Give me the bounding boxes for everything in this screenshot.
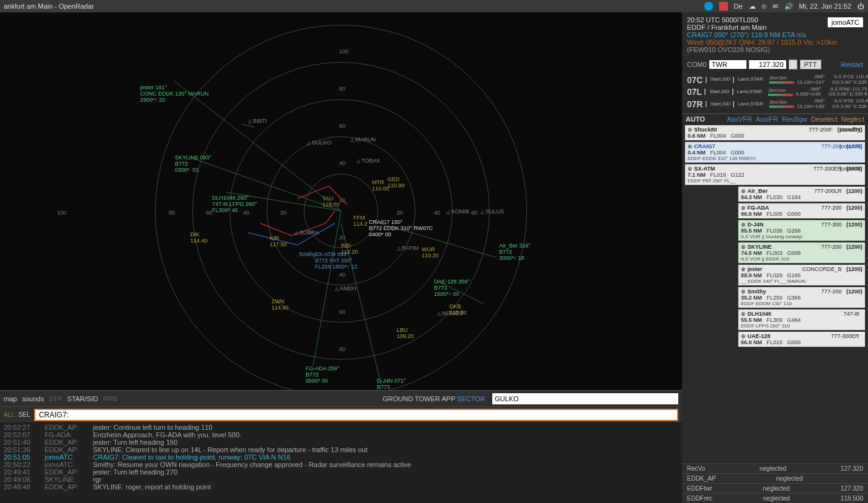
tab-stp[interactable]: STP [49, 395, 62, 403]
cb-land[interactable] [732, 89, 733, 95]
neglected-list: RecVoneglected127.320EDDK_APneglectedEDD… [682, 463, 868, 503]
chat-line: 20:51:40 EDDK_AP: jester: Turn left head… [4, 438, 678, 446]
neglected-row[interactable]: EDDFrecneglected118.500 [682, 493, 868, 503]
runway-row[interactable]: 07L Start,SID Land,STAR 2kn/1kn 068°9,20… [687, 87, 863, 98]
com-label: COM0 [687, 61, 707, 68]
filter-all[interactable]: ALL [4, 411, 15, 418]
track-smithy-lbl[interactable]: Smithy [299, 252, 316, 258]
runway-row[interactable]: 07R Start,SID Land,STAR 2kn/1kn 068°13,1… [687, 99, 863, 110]
mode-tabs[interactable]: GROUND TOWER APP SECTOR [383, 395, 485, 403]
flight-strip[interactable]: ⊕ DLH1046 747-8I 55.5 NM FL309 G464 EDDF… [738, 309, 866, 331]
tab-sounds[interactable]: sounds [22, 395, 43, 403]
chat-line: 20:50:22 jomoATC: Smithy: Resume your OW… [4, 461, 678, 468]
command-row: ALL SEL [0, 406, 682, 422]
radar-bottom-bar: map sounds STP STAR/SID PPN GROUND TOWER… [0, 390, 682, 406]
tab-assvfr[interactable]: AssVFR [727, 115, 752, 123]
tab-assifr[interactable]: AssIFR [756, 115, 778, 123]
runway-table: 07C Start,SID Land,STAR 2kn/1kn 068°13,1… [682, 72, 868, 114]
flight-strip[interactable]: ⊕ UAE-128 777-300ER 66.9 NM FL015 G000 [738, 331, 866, 347]
track-jester[interactable]: jester 191° CONC EDDK 130° MARUN 2900*↑ … [140, 85, 209, 104]
runway-row[interactable]: 07C Start,SID Land,STAR 2kn/1kn 068°13,1… [687, 74, 863, 86]
flight-strip[interactable]: ⊕ Air_Ber 777-200LR (1200) 84.3 NM FL030… [738, 186, 866, 202]
tab-map[interactable]: map [4, 395, 17, 403]
nav-kir: KIR117.50 [270, 236, 287, 248]
cb-start[interactable] [704, 89, 706, 95]
sidebar: jomoATC 20:52 UTC 5000/TL050 EDDF / Fran… [682, 12, 868, 503]
search-input[interactable] [492, 393, 678, 404]
wp-bibti: BIBTI [248, 118, 267, 124]
nav-wur: WUR110.20 [422, 247, 439, 259]
track-airber[interactable]: Air_Ber 316° B772 3000*↑ 18 [499, 243, 531, 262]
chat-line: 20:48:48 EDDK_AP: SKYLINE: roger, report… [4, 483, 678, 491]
track-uae[interactable]: UAE-128 358° B773 1500*↑ 00 [434, 279, 470, 298]
cb-start[interactable] [706, 77, 707, 83]
hp-icon[interactable] [704, 2, 713, 11]
flight-strip[interactable]: ⊕ SX-ATM 777-200ER (2000) 7.1 NM FL018 G… [684, 164, 866, 185]
track-dj4n[interactable]: D-J4N 071° B773 3600*↑ 27 [377, 378, 406, 390]
filter-sel[interactable]: SEL [19, 411, 30, 418]
wp-marun: MARUN [350, 136, 376, 143]
chat-line: 20:51:36 EDDK_AP: SKYLINE: Cleared to li… [4, 446, 678, 453]
nav-ffm: FFM114.2 [353, 215, 368, 228]
window-titlebar: ankfurt am Main - OpenRadar De ☁ ⎋ ✉ 🔊 M… [0, 0, 868, 12]
cb-land[interactable] [733, 77, 734, 83]
wp-sulus: SULUS [480, 208, 504, 215]
lang-label: De [734, 2, 743, 10]
nav-lbu: LBU109.20 [397, 327, 414, 340]
cloud-icon: ☁ [749, 2, 756, 11]
cb-start[interactable] [706, 101, 707, 107]
nav-zwn: ZWN114.80 [272, 299, 289, 311]
chat-log[interactable]: 20:52:27 EDDK_AP: jester: Continue left … [0, 422, 682, 503]
wp-tobak: TOBAK [356, 158, 380, 164]
hdr-metar: Wind: 050@2KT QNH: 29.97 / 1015.0 Vis: >… [687, 38, 863, 46]
mail-icon[interactable]: ✉ [773, 2, 778, 11]
flight-strip[interactable]: ⊕ FG-ADA 777-200 (1200) 96.8 NM FL005 G0… [738, 203, 866, 219]
nav-dik: DIK114.40 [190, 232, 208, 244]
track-craig[interactable]: CRAIG7 150° B772 EDDK 310° RW07C 0400* 0… [369, 220, 433, 238]
command-input[interactable] [34, 409, 678, 421]
volume-icon[interactable]: 🔊 [784, 2, 793, 11]
cb-land[interactable] [733, 101, 734, 107]
flight-strip[interactable]: ⊕ jester CONCORDE_B (1200) 88.9 NM FL029… [738, 264, 866, 286]
com-freq[interactable] [749, 60, 786, 69]
chat-line: 20:49:06 SKYLINE: rgr [4, 476, 678, 483]
lang-icon[interactable] [719, 2, 728, 11]
tab-ppn[interactable]: PPN [103, 395, 117, 403]
flight-strip[interactable]: ⊕ Smithy 777-200 (1200) 35.2 NM FL259 G3… [738, 287, 866, 308]
nav-tau: TAU116.70 [322, 196, 340, 208]
atc-callsign[interactable]: jomoATC [828, 17, 863, 27]
track-dlh[interactable]: DLH1046 260° 747-8I LFPG 260° FL309* 46 [212, 195, 257, 214]
bt-icon: ⎋ [762, 2, 766, 10]
tab-auto[interactable]: AUTO [686, 115, 705, 123]
clock-text: Mi, 22. Jan 21:52 [799, 2, 851, 10]
track-fgada[interactable]: FG-ADA 259° B772 0500* 00 [306, 366, 340, 385]
neglected-row[interactable]: RecVoneglected127.320 [682, 463, 868, 473]
tab-deselect[interactable]: Deselect [811, 115, 838, 123]
wp-aneki: ANEKI [335, 285, 356, 292]
neglected-row[interactable]: EDDFtwrneglected127.320 [682, 483, 868, 493]
track-sxatm[interactable]: SX-ATM 093° B772 PAT 280° FL258 1800*↑ 1… [315, 252, 358, 270]
system-tray: De ☁ ⎋ ✉ 🔊 Mi, 22. Jan 21:52 ⏻ [704, 2, 864, 11]
flight-strip[interactable]: ⊕ Shuck80 777-200F (standby) 0.6 NM FL00… [684, 125, 866, 141]
flight-strip[interactable]: ⊕ CRAIG7 777-200 (1200) 0.4 NM FL004 G00… [684, 141, 866, 163]
com-row: COM0 PTT Restart [682, 57, 868, 72]
flight-strip[interactable]: ⊕ D-J4N 777-300 (1200) 85.5 NM FL036 G26… [738, 220, 866, 241]
chat-line: 20:52:27 EDDK_AP: jester: Continue left … [4, 424, 678, 431]
wp-ratim: RATIM [397, 245, 418, 251]
tab-starsid[interactable]: STAR/SID [67, 395, 98, 403]
track-skyline[interactable]: SKYLINE 093° B772 0300* 01 [175, 155, 211, 174]
hdr-selected: CRAIG7 090° (270°) 119.9 NM ETA n/a [687, 31, 863, 38]
restart-link[interactable]: Restart [841, 61, 863, 68]
radar-scope[interactable]: 100 80 60 40 20 20 40 60 80 100 80 60 40… [0, 12, 682, 390]
strip-list[interactable]: ⊕ Shuck80 777-200F (standby) 0.6 NM FL00… [682, 124, 868, 463]
tab-revsqw[interactable]: RevSqw [782, 115, 807, 123]
tab-neglect[interactable]: Neglect [841, 115, 864, 123]
com-dropdown[interactable] [789, 60, 797, 69]
chat-line: 20:52:07 FG-ADA: Entzheim Approach, FG-A… [4, 431, 678, 438]
svg-line-7 [242, 124, 254, 127]
flight-strip[interactable]: ⊕ SKYLINE 777-200 (1200) 74.5 NM FL003 G… [738, 242, 866, 264]
neglected-row[interactable]: EDDK_APneglected [682, 473, 868, 483]
ptt-button[interactable]: PTT [800, 60, 822, 69]
com-select[interactable] [709, 60, 746, 69]
power-icon[interactable]: ⏻ [857, 2, 864, 10]
